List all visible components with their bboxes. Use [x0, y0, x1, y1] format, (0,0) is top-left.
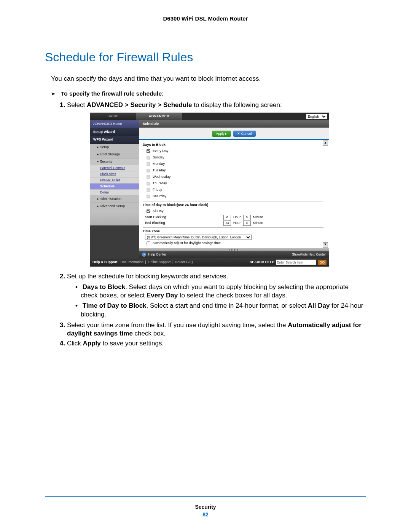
language-select[interactable]: English [306, 114, 327, 119]
document-page: D6300 WiFi DSL Modem Router Schedule for… [0, 0, 411, 532]
help-center-label: Help Center [148, 252, 166, 257]
checkbox-thursday[interactable]: Thursday [145, 181, 323, 187]
thursday-checkbox[interactable] [147, 182, 150, 185]
divider-2 [143, 227, 323, 228]
minute-label-2: Minute [253, 221, 263, 225]
step-2: Set up the schedule for blocking keyword… [67, 272, 366, 318]
every-day-checkbox[interactable] [147, 149, 150, 153]
step-3-text1: Select your time zone from the list. If … [67, 321, 288, 329]
steps-list: Select ADVANCED > Security > Schedule to… [54, 101, 366, 348]
thursday-label: Thursday [153, 181, 167, 186]
friday-checkbox[interactable] [147, 188, 150, 192]
every-day-label: Every Day [153, 149, 169, 153]
step-4-text2: to save your settings. [101, 340, 164, 347]
step-1-path: ADVANCED > Security > Schedule [87, 101, 192, 109]
language-selector[interactable]: English [306, 113, 329, 120]
screenshot-footer: Help & Support Documentation | Online Su… [90, 258, 329, 267]
sidebar-setup-wizard[interactable]: Setup Wizard [90, 128, 139, 136]
scroll-up-icon[interactable]: ▲ [323, 141, 328, 146]
end-minute-input[interactable] [243, 220, 251, 226]
panel-content: ▲ Days to Block: Every Day Sunday Monday… [139, 140, 329, 248]
step-2a-text2: to select the check boxes for all days. [178, 292, 287, 299]
procedure-heading: ➢ To specify the firewall rule schedule: [51, 90, 366, 97]
monday-label: Monday [153, 162, 165, 166]
end-blocking-label: End Blocking [145, 221, 221, 225]
help-support-label: Help & Support [92, 260, 118, 265]
checkbox-tuesday[interactable]: Tuesday [145, 168, 323, 174]
link-router-faq[interactable]: Router FAQ [175, 260, 193, 264]
sidebar-usb-storage[interactable]: ▸ USB Storage [90, 151, 139, 158]
step-2b-text1: . Select a start and end time in 24-hour… [147, 302, 308, 309]
tuesday-checkbox[interactable] [147, 169, 150, 173]
all-day-term: All Day [308, 302, 330, 309]
timezone-select[interactable]: (GMT) Greenwich Mean Time: Dublin, Edinb… [145, 235, 252, 240]
checkbox-monday[interactable]: Monday [145, 161, 323, 167]
end-blocking-row: End Blocking Hour Minute [145, 220, 323, 226]
start-blocking-row: Start Blocking Hour Minute [145, 215, 323, 220]
checkbox-sunday[interactable]: Sunday [145, 155, 323, 161]
checkbox-every-day[interactable]: Every Day [145, 148, 323, 154]
hour-label-2: Hour [233, 221, 241, 225]
help-center-bar: ? Help Center Show/Hide Help Center [139, 251, 329, 258]
tab-advanced[interactable]: ADVANCED [136, 113, 182, 120]
sidebar-parental-controls[interactable]: Parental Controls [90, 165, 139, 171]
dst-label: Automatically adjust for daylight saving… [153, 241, 221, 246]
step-4-text1: Click [67, 340, 83, 347]
sidebar-advsetup-label: Advanced Setup [100, 204, 125, 208]
footer-links: Documentation | Online Support | Router … [120, 260, 194, 265]
panel-title: Schedule [139, 120, 329, 128]
days-to-block-term: Days to Block [83, 283, 125, 291]
step-2-text: Set up the schedule for blocking keyword… [67, 273, 228, 280]
saturday-checkbox[interactable] [147, 195, 150, 198]
scroll-down-icon[interactable]: ▼ [323, 242, 328, 248]
main-panel: Schedule Apply ▸ ✕ Cancel ▲ Days to Bloc… [139, 120, 329, 258]
sidebar-advanced-setup[interactable]: ▸ Advanced Setup [90, 203, 139, 210]
apply-button[interactable]: Apply ▸ [212, 131, 231, 137]
sidebar-firewall-rules[interactable]: Firewall Rules [90, 177, 139, 184]
start-minute-input[interactable] [243, 215, 251, 220]
sunday-checkbox[interactable] [147, 156, 150, 160]
sidebar-wps-wizard[interactable]: WPS Wizard [90, 136, 139, 144]
all-day-label: All Day [153, 209, 164, 214]
procedure-heading-text: To specify the firewall rule schedule: [61, 90, 164, 97]
cancel-button[interactable]: ✕ Cancel [233, 131, 256, 137]
go-button[interactable]: GO [318, 260, 327, 265]
device-title: D6300 WiFi DSL Modem Router [45, 15, 366, 22]
sidebar-schedule[interactable]: Schedule [90, 184, 139, 190]
checkbox-saturday[interactable]: Saturday [145, 193, 323, 200]
sidebar-block-sites[interactable]: Block Sites [90, 171, 139, 177]
checkbox-all-day[interactable]: All Day [145, 208, 323, 214]
sidebar-administration[interactable]: ▸ Administration [90, 196, 139, 203]
tab-basic[interactable]: BASIC [90, 113, 136, 120]
step-3: Select your time zone from the list. If … [67, 321, 366, 338]
footer-page-number: 82 [0, 511, 411, 518]
search-help-input[interactable] [276, 259, 316, 265]
checkbox-wednesday[interactable]: Wednesday [145, 174, 323, 180]
end-hour-input[interactable] [223, 220, 231, 226]
all-day-checkbox[interactable] [147, 209, 150, 213]
dst-checkbox[interactable] [147, 241, 150, 245]
resize-grip[interactable] [139, 248, 329, 251]
sidebar-setup[interactable]: ▸ Setup [90, 144, 139, 151]
wednesday-checkbox[interactable] [147, 175, 150, 179]
sidebar-email[interactable]: E-mail [90, 190, 139, 196]
divider [143, 201, 323, 201]
link-online-support[interactable]: Online Support [148, 260, 170, 264]
sidebar-fill [90, 210, 139, 225]
time-of-day-term: Time of Day to Block [83, 302, 147, 309]
start-hour-input[interactable] [223, 215, 231, 220]
step-1: Select ADVANCED > Security > Schedule to… [67, 101, 366, 267]
checkbox-friday[interactable]: Friday [145, 187, 323, 193]
step-2b: Time of Day to Block. Select a start and… [75, 302, 366, 318]
monday-checkbox[interactable] [147, 162, 150, 166]
link-documentation[interactable]: Documentation [121, 260, 144, 264]
wednesday-label: Wednesday [153, 175, 170, 179]
sidebar-security[interactable]: ▾ Security [90, 158, 139, 166]
hour-label: Hour [233, 215, 241, 220]
sidebar-advanced-home[interactable]: ADVANCED Home [90, 120, 139, 128]
time-heading: Time of day to block:(use 24-hour clock) [143, 203, 323, 208]
dst-row[interactable]: Automatically adjust for daylight saving… [145, 240, 323, 246]
page-rule [45, 496, 366, 497]
every-day-term: Every Day [147, 292, 178, 299]
show-hide-help-link[interactable]: Show/Hide Help Center [292, 252, 326, 257]
